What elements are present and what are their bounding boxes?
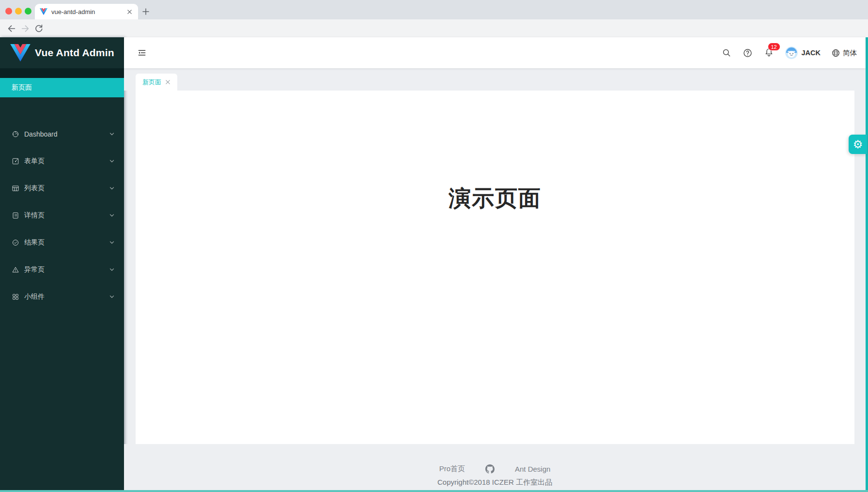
sidebar-item-exception[interactable]: 异常页 [0,260,124,279]
sidebar-item-form[interactable]: 表单页 [0,152,124,171]
chevron-down-icon [109,240,114,245]
back-icon[interactable] [6,23,17,34]
window-minimize-button[interactable] [15,8,22,15]
page-tab-label: 新页面 [142,78,161,87]
chevron-down-icon [109,294,114,299]
chevron-down-icon [109,267,114,272]
user-avatar [785,46,798,59]
gear-icon: ⚙ [853,139,863,150]
sidebar-item-list[interactable]: 列表页 [0,179,124,198]
page-tab-newpage[interactable]: 新页面 [136,74,177,91]
sidebar-item-label: 详情页 [24,211,45,220]
dashboard-icon [12,130,19,138]
form-icon [12,157,19,165]
vue-favicon-icon [40,8,47,15]
search-icon[interactable] [721,47,732,58]
window-bottom-edge [0,490,868,492]
app-footer: Pro首页 Ant Design Copyright©2018 ICZER 工作… [124,444,866,490]
page-title: 演示页面 [136,91,854,214]
footer-link-home[interactable]: Pro首页 [439,464,465,474]
sidebar-item-label: 结果页 [24,238,45,247]
sidebar-item-label: Dashboard [24,130,58,138]
profile-icon [12,212,19,219]
reload-icon[interactable] [33,23,44,34]
drawer-edge-line [866,37,868,492]
window-close-button[interactable] [5,8,12,15]
chevron-down-icon [109,159,114,164]
vue-logo-icon [10,44,31,62]
tab-close-icon[interactable] [125,8,133,15]
sidebar-item-detail[interactable]: 详情页 [0,206,124,225]
appstore-icon [12,293,19,301]
table-icon [12,184,19,192]
browser-toolbar: localhost:8080/#/newPage [0,19,868,37]
sidebar-item-label: 异常页 [24,265,45,274]
check-circle-icon [12,239,19,246]
username: JACK [802,49,821,57]
new-tab-button[interactable] [140,6,152,17]
language-label: 简体 [843,48,857,58]
window-zoom-button[interactable] [25,8,31,15]
page-tabbar: 新页面 [124,68,866,91]
github-icon[interactable] [485,464,495,474]
app-header: 12 JACK 简体 [124,37,866,68]
forward-icon[interactable] [20,23,31,34]
copyright-text: Copyright©2018 ICZER 工作室出品 [124,478,866,487]
language-switcher[interactable]: 简体 [831,48,857,58]
warning-icon [12,266,19,274]
chevron-down-icon [109,186,114,191]
app-logo[interactable]: Vue Antd Admin [0,37,124,68]
sidebar-item-label: 表单页 [24,157,45,166]
notification-badge: 12 [768,43,780,51]
browser-tab-title: vue-antd-admin [51,8,125,15]
sidebar-item-newpage[interactable]: 新页面 [0,78,124,97]
help-icon[interactable] [743,47,753,58]
sidebar-item-dashboard[interactable]: Dashboard [0,124,124,144]
chevron-down-icon [109,213,114,218]
chevron-down-icon [109,132,114,137]
page-tab-close-icon[interactable] [165,79,170,85]
sidebar-divider [0,68,124,78]
notifications-button[interactable]: 12 [764,47,775,58]
sidebar-item-label: 列表页 [24,184,45,193]
footer-link-antdesign[interactable]: Ant Design [515,465,550,473]
sidebar-item-label: 小组件 [24,292,45,301]
settings-drawer-button[interactable]: ⚙ [849,135,867,154]
sidebar-item-label: 新页面 [12,83,32,92]
sidebar: Vue Antd Admin 新页面 Dashboard 表单页 列表页 [0,37,124,490]
browser-tabstrip: vue-antd-admin [0,0,868,19]
browser-tab[interactable]: vue-antd-admin [35,4,138,19]
globe-icon [831,48,840,58]
menu-fold-icon[interactable] [137,48,147,58]
user-menu[interactable]: JACK [785,46,821,59]
sidebar-item-widgets[interactable]: 小组件 [0,287,124,307]
sidebar-item-result[interactable]: 结果页 [0,233,124,252]
app-title: Vue Antd Admin [35,47,114,59]
content-panel: 演示页面 [136,91,854,444]
